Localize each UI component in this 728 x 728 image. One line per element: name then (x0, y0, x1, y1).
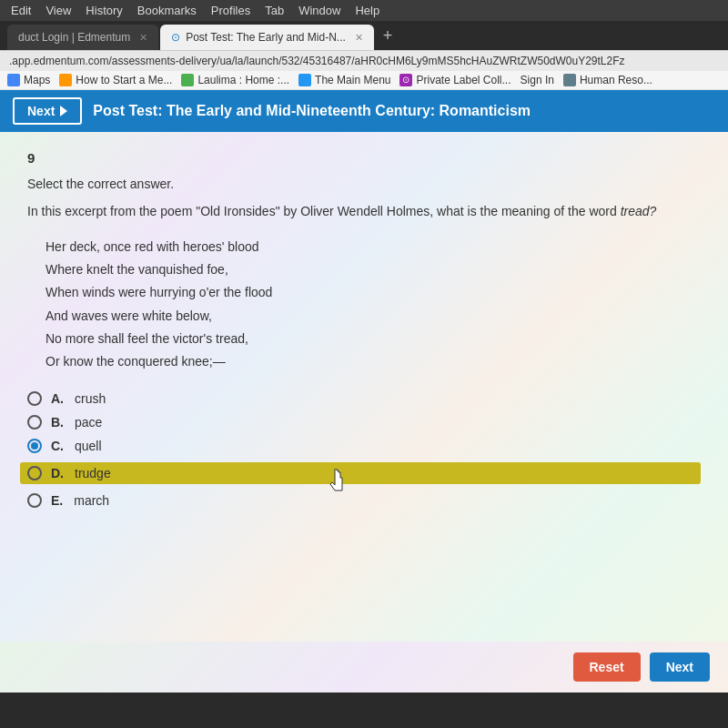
menu-profiles[interactable]: Profiles (211, 4, 250, 17)
menu-tab[interactable]: Tab (265, 4, 284, 17)
radio-e[interactable] (27, 493, 42, 508)
question-number: 9 (27, 150, 701, 166)
poem-line-1: Her deck, once red with heroes' blood (46, 236, 701, 258)
answers-list: A. crush B. pace C. quell D. trudge E. m… (27, 391, 701, 508)
bookmark-human[interactable]: Human Reso... (563, 74, 652, 86)
bottom-bar: Reset Next (0, 642, 728, 693)
answer-text-c: quell (75, 439, 102, 453)
answer-label-a: A. (51, 391, 64, 406)
radio-a[interactable] (27, 391, 42, 406)
bookmarks-bar: Maps How to Start a Me... Laulima : Home… (0, 71, 728, 90)
menu-bar: Edit View History Bookmarks Profiles Tab… (0, 0, 728, 21)
human-icon (563, 74, 576, 86)
browser-chrome: Edit View History Bookmarks Profiles Tab… (0, 0, 728, 90)
poem: Her deck, once red with heroes' blood Wh… (46, 236, 701, 373)
question-text: In this excerpt from the poem "Old Irons… (27, 202, 701, 221)
answer-text-b: pace (75, 415, 102, 430)
bookmark-private[interactable]: ⊙ Private Label Coll... (399, 74, 511, 86)
tab-posttest-close[interactable]: ✕ (355, 32, 363, 44)
bookmark-signin[interactable]: Sign In (521, 74, 554, 86)
bookmark-howto-label: How to Start a Me... (76, 74, 172, 86)
next-button[interactable]: Next (13, 97, 82, 125)
menu-window[interactable]: Window (298, 4, 340, 17)
bookmark-signin-label: Sign In (521, 74, 554, 86)
radio-c[interactable] (27, 439, 42, 453)
bookmark-human-label: Human Reso... (580, 74, 652, 86)
menu-help[interactable]: Help (355, 4, 379, 17)
instruction-text: Select the correct answer. (27, 177, 701, 191)
tab-edmentum-close[interactable]: ✕ (139, 32, 147, 44)
tab-posttest-label: Post Test: The Early and Mid-N... (186, 31, 346, 44)
answer-label-b: B. (51, 415, 64, 430)
answer-text-a: crush (75, 391, 106, 406)
next-arrow-icon (60, 106, 67, 116)
answer-text-d: trudge (75, 466, 111, 480)
private-icon: ⊙ (399, 74, 412, 86)
answer-option-a[interactable]: A. crush (27, 391, 701, 406)
poem-line-4: And waves were white below, (46, 305, 701, 328)
bookmark-howto[interactable]: How to Start a Me... (59, 74, 172, 86)
reset-button[interactable]: Reset (573, 652, 641, 682)
laulima-icon (181, 74, 194, 86)
answer-option-c[interactable]: C. quell (27, 439, 701, 453)
tabs-bar: duct Login | Edmentum ✕ ⊙ Post Test: The… (0, 21, 728, 50)
radio-b[interactable] (27, 415, 42, 430)
tab-posttest[interactable]: ⊙ Post Test: The Early and Mid-N... ✕ (160, 25, 374, 50)
mainmenu-icon (298, 74, 311, 86)
answer-label-e: E. (51, 493, 63, 508)
bookmark-maps-label: Maps (24, 74, 50, 86)
question-body: In this excerpt from the poem "Old Irons… (27, 204, 617, 218)
test-header: Next Post Test: The Early and Mid-Ninete… (0, 90, 728, 132)
content-area: 9 Select the correct answer. In this exc… (0, 132, 728, 642)
bookmark-private-label: Private Label Coll... (416, 74, 511, 86)
address-bar[interactable]: .app.edmentum.com/assessments-delivery/u… (0, 50, 728, 71)
bookmark-mainmenu-label: The Main Menu (315, 74, 390, 86)
new-tab-button[interactable]: + (376, 26, 400, 46)
answer-label-d: D. (51, 466, 64, 480)
answer-option-d[interactable]: D. trudge (20, 462, 701, 484)
tab-favicon: ⊙ (171, 31, 180, 44)
next-button-label: Next (27, 104, 55, 118)
bookmark-laulima[interactable]: Laulima : Home :... (181, 74, 289, 86)
howto-icon (59, 74, 72, 86)
answer-option-b[interactable]: B. pace (27, 415, 701, 430)
maps-icon (7, 74, 20, 86)
bookmark-maps[interactable]: Maps (7, 74, 50, 86)
poem-line-6: Or know the conquered knee;— (46, 350, 701, 373)
menu-edit[interactable]: Edit (11, 4, 31, 17)
answer-label-c: C. (51, 439, 64, 453)
question-keyword: tread? (621, 204, 657, 218)
bookmark-mainmenu[interactable]: The Main Menu (298, 74, 390, 86)
test-title: Post Test: The Early and Mid-Nineteenth … (93, 103, 531, 119)
tab-edmentum-label: duct Login | Edmentum (18, 31, 130, 44)
menu-history[interactable]: History (86, 4, 122, 17)
submit-next-button[interactable]: Next (650, 652, 710, 682)
poem-line-5: No more shall feel the victor's tread, (46, 328, 701, 350)
poem-line-3: When winds were hurrying o'er the flood (46, 281, 701, 304)
radio-d[interactable] (27, 466, 42, 480)
menu-view[interactable]: View (46, 4, 71, 17)
tab-edmentum[interactable]: duct Login | Edmentum ✕ (7, 25, 158, 50)
answer-option-e[interactable]: E. march (27, 493, 701, 508)
address-text: .app.edmentum.com/assessments-delivery/u… (9, 55, 625, 67)
answer-text-e: march (74, 493, 109, 508)
poem-line-2: Where knelt the vanquished foe, (46, 258, 701, 281)
menu-bookmarks[interactable]: Bookmarks (137, 4, 197, 17)
bookmark-laulima-label: Laulima : Home :... (197, 74, 289, 86)
